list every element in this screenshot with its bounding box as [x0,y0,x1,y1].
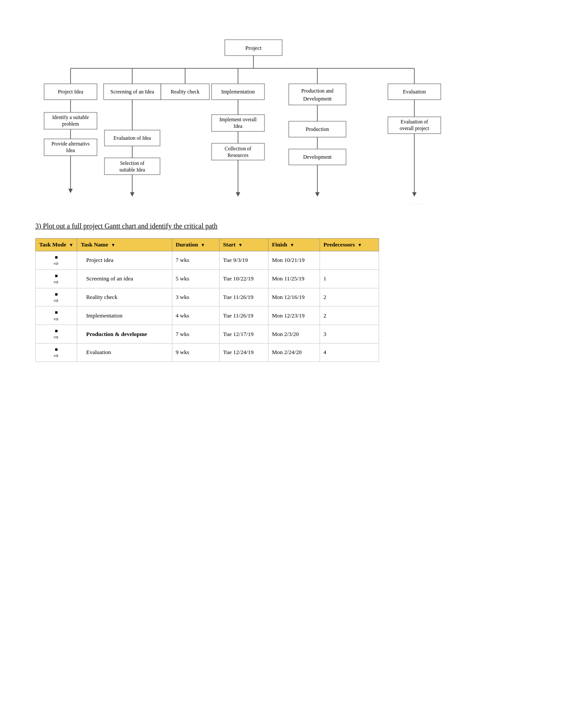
l3-eval-overall: Evaluation of [401,119,428,124]
l3-provide2: Idea [66,148,75,153]
table-row: ■⇨Production & developme7 wksTue 12/17/1… [36,325,379,343]
table-row: ■⇨Implementation4 wksTue 11/26/19Mon 12/… [36,306,379,325]
l3-eval-overall2: overall project [400,126,430,131]
duration-cell: 3 wks [172,288,220,306]
svg-marker-42 [412,192,417,197]
predecessors-cell: 2 [320,288,379,306]
task-mode-cell: ■⇨ [36,325,77,343]
table-row: ■⇨Project idea7 wksTue 9/3/19Mon 10/21/1… [36,251,379,270]
task-mode-cell: ■⇨ [36,269,77,288]
task-name-cell: Production & developme [77,325,172,343]
col-duration[interactable]: Duration ▼ [172,239,220,251]
predecessors-cell: 4 [320,343,379,362]
col-predecessors[interactable]: Predecessors ▼ [320,239,379,251]
l3-identify: Identify a suitable [52,115,89,120]
l2-implementation: Implementation [221,89,255,95]
l3-identify2: problem [62,121,79,127]
duration-cell: 7 wks [172,325,220,343]
l2-project-idea: Project Idea [58,89,83,95]
l3-selection: Selection of [120,161,144,166]
task-name-cell: Evaluation [77,343,172,362]
finish-dropdown-arrow: ▼ [290,243,294,247]
task-mode-cell: ■⇨ [36,251,77,270]
l2-prod-dev2: Development [303,96,332,102]
task-mode-dropdown-arrow: ▼ [69,243,74,247]
start-cell: Tue 10/22/19 [220,269,268,288]
duration-cell: 9 wks [172,343,220,362]
task-mode-icon: ■⇨ [54,347,59,359]
finish-cell: Mon 2/24/20 [268,343,320,362]
col-finish[interactable]: Finish ▼ [268,239,320,251]
predecessors-cell: 1 [320,269,379,288]
duration-cell: 7 wks [172,251,220,270]
predecessors-dropdown-arrow: ▼ [357,243,362,247]
col-start[interactable]: Start ▼ [220,239,268,251]
start-cell: Tue 11/26/19 [220,306,268,325]
col-task-mode[interactable]: Task Mode ▼ [36,239,77,251]
col-task-name[interactable]: Task Name ▼ [77,239,172,251]
duration-cell: 5 wks [172,269,220,288]
task-name-cell: Project idea [77,251,172,270]
l3-eval-idea: Evaluation of Idea [114,135,151,141]
finish-cell: Mon 10/21/19 [268,251,320,270]
predecessors-cell: 3 [320,325,379,343]
l3-implement: Implement overall [220,117,257,123]
finish-cell: Mon 12/23/19 [268,306,320,325]
task-mode-icon: ■⇨ [54,254,59,267]
duration-cell: 4 wks [172,306,220,325]
l3-selection2: suitable Idea [119,167,145,172]
task-name-dropdown-arrow: ▼ [111,243,115,247]
predecessors-cell: 2 [320,306,379,325]
table-row: ■⇨Reality check3 wksTue 11/26/19Mon 12/1… [36,288,379,306]
start-cell: Tue 12/17/19 [220,325,268,343]
gantt-table: Task Mode ▼ Task Name ▼ Duration ▼ Start… [35,238,379,362]
org-chart: Project Project Idea Screening of an Ide… [35,26,527,218]
l3-production: Production [306,126,329,132]
l3-implement2: Idea [234,123,242,129]
finish-cell: Mon 12/16/19 [268,288,320,306]
start-dropdown-arrow: ▼ [238,243,243,247]
section-heading: 3) Plot out a full project Gantt chart a… [35,222,527,230]
table-row: ■⇨Evaluation9 wksTue 12/24/19Mon 2/24/20… [36,343,379,362]
duration-dropdown-arrow: ▼ [201,243,205,247]
task-mode-icon: ■⇨ [54,273,59,286]
task-mode-cell: ■⇨ [36,288,77,306]
start-cell: Tue 12/24/19 [220,343,268,362]
task-mode-icon: ■⇨ [54,328,59,341]
svg-marker-32 [236,192,240,197]
artifact-text: · · · · · · · [412,202,425,206]
finish-cell: Mon 11/25/19 [268,269,320,288]
start-cell: Tue 11/26/19 [220,288,268,306]
finish-cell: Mon 2/3/20 [268,325,320,343]
task-name-cell: Reality check [77,288,172,306]
l2-reality: Reality check [171,89,200,95]
task-name-cell: Implementation [77,306,172,325]
task-mode-cell: ■⇨ [36,343,77,362]
l2-screening: Screening of an Idea [111,89,155,95]
l3-collection2: Resources [227,153,249,158]
task-mode-icon: ■⇨ [54,291,59,304]
predecessors-cell [320,251,379,270]
root-node-label: Project [246,45,262,51]
task-name-cell: Screening of an idea [77,269,172,288]
svg-marker-38 [315,192,320,197]
l2-evaluation: Evaluation [403,89,426,95]
task-mode-icon: ■⇨ [54,310,59,322]
l3-collection: Collection of [225,146,252,151]
l3-provide: Provide alternativs [52,141,90,146]
l3-development: Development [303,154,332,160]
start-cell: Tue 9/3/19 [220,251,268,270]
l2-prod-dev: Production and [301,88,334,94]
svg-marker-20 [68,189,73,193]
task-mode-cell: ■⇨ [36,306,77,325]
svg-marker-26 [130,192,134,197]
table-row: ■⇨Screening of an idea5 wksTue 10/22/19M… [36,269,379,288]
